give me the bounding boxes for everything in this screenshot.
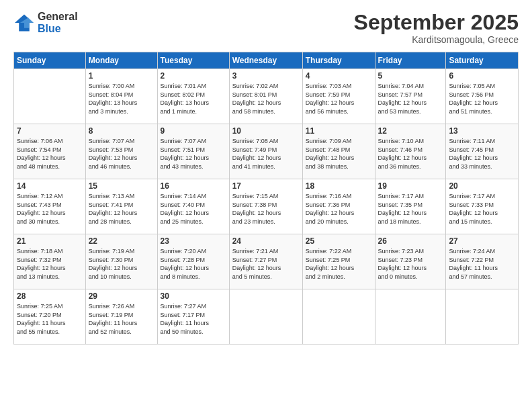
cell-2-4: 18Sunrise: 7:16 AM Sunset: 7:36 PM Dayli…: [302, 179, 375, 234]
day-info: Sunrise: 7:16 AM Sunset: 7:36 PM Dayligh…: [306, 192, 372, 226]
day-info: Sunrise: 7:15 AM Sunset: 7:38 PM Dayligh…: [232, 192, 300, 226]
day-info: Sunrise: 7:00 AM Sunset: 8:04 PM Dayligh…: [89, 82, 154, 116]
logo: General Blue: [13, 11, 78, 34]
col-header-friday: Friday: [375, 52, 446, 69]
cell-4-6: [446, 289, 519, 345]
week-row-1: 7Sunrise: 7:06 AM Sunset: 7:54 PM Daylig…: [14, 124, 519, 179]
cell-4-4: [302, 289, 375, 345]
day-number: 14: [17, 181, 83, 191]
day-number: 15: [89, 181, 154, 191]
day-info: Sunrise: 7:07 AM Sunset: 7:53 PM Dayligh…: [89, 137, 154, 171]
cell-1-0: 7Sunrise: 7:06 AM Sunset: 7:54 PM Daylig…: [14, 124, 86, 179]
header: General Blue September 2025 Karditsomago…: [13, 11, 519, 45]
day-info: Sunrise: 7:13 AM Sunset: 7:41 PM Dayligh…: [89, 192, 154, 226]
cell-1-4: 11Sunrise: 7:09 AM Sunset: 7:48 PM Dayli…: [302, 124, 375, 179]
cell-4-2: 30Sunrise: 7:27 AM Sunset: 7:17 PM Dayli…: [157, 289, 229, 345]
col-header-monday: Monday: [85, 52, 157, 69]
day-info: Sunrise: 7:24 AM Sunset: 7:22 PM Dayligh…: [449, 247, 515, 281]
day-info: Sunrise: 7:02 AM Sunset: 8:01 PM Dayligh…: [232, 82, 300, 116]
day-info: Sunrise: 7:14 AM Sunset: 7:40 PM Dayligh…: [161, 192, 226, 226]
day-number: 29: [89, 291, 154, 301]
col-header-sunday: Sunday: [14, 52, 86, 69]
logo-text: General Blue: [38, 11, 78, 34]
day-number: 12: [378, 126, 443, 136]
day-info: Sunrise: 7:06 AM Sunset: 7:54 PM Dayligh…: [17, 137, 83, 171]
day-info: Sunrise: 7:11 AM Sunset: 7:45 PM Dayligh…: [449, 137, 515, 171]
cell-1-1: 8Sunrise: 7:07 AM Sunset: 7:53 PM Daylig…: [85, 124, 157, 179]
day-number: 1: [89, 71, 154, 81]
day-info: Sunrise: 7:04 AM Sunset: 7:57 PM Dayligh…: [378, 82, 443, 116]
logo-general: General: [38, 11, 78, 23]
day-info: Sunrise: 7:17 AM Sunset: 7:33 PM Dayligh…: [449, 192, 515, 226]
day-info: Sunrise: 7:05 AM Sunset: 7:56 PM Dayligh…: [449, 82, 515, 116]
day-number: 17: [232, 181, 300, 191]
cell-3-6: 27Sunrise: 7:24 AM Sunset: 7:22 PM Dayli…: [446, 234, 519, 289]
day-number: 16: [161, 181, 226, 191]
month-title: September 2025: [354, 11, 519, 34]
page: General Blue September 2025 Karditsomago…: [0, 0, 532, 411]
cell-2-0: 14Sunrise: 7:12 AM Sunset: 7:43 PM Dayli…: [14, 179, 86, 234]
day-info: Sunrise: 7:09 AM Sunset: 7:48 PM Dayligh…: [306, 137, 372, 171]
cell-0-1: 1Sunrise: 7:00 AM Sunset: 8:04 PM Daylig…: [85, 69, 157, 124]
cell-4-3: [229, 289, 302, 345]
day-info: Sunrise: 7:27 AM Sunset: 7:17 PM Dayligh…: [161, 302, 226, 336]
day-number: 20: [449, 181, 515, 191]
week-row-0: 1Sunrise: 7:00 AM Sunset: 8:04 PM Daylig…: [14, 69, 519, 124]
day-number: 10: [232, 126, 300, 136]
cell-4-0: 28Sunrise: 7:25 AM Sunset: 7:20 PM Dayli…: [14, 289, 86, 345]
cell-0-2: 2Sunrise: 7:01 AM Sunset: 8:02 PM Daylig…: [157, 69, 229, 124]
day-info: Sunrise: 7:21 AM Sunset: 7:27 PM Dayligh…: [232, 247, 300, 281]
day-number: 5: [378, 71, 443, 81]
day-number: 4: [306, 71, 372, 81]
day-info: Sunrise: 7:18 AM Sunset: 7:32 PM Dayligh…: [17, 247, 83, 281]
cell-1-2: 9Sunrise: 7:07 AM Sunset: 7:51 PM Daylig…: [157, 124, 229, 179]
day-info: Sunrise: 7:22 AM Sunset: 7:25 PM Dayligh…: [306, 247, 372, 281]
cell-0-4: 4Sunrise: 7:03 AM Sunset: 7:59 PM Daylig…: [302, 69, 375, 124]
calendar: SundayMondayTuesdayWednesdayThursdayFrid…: [13, 52, 519, 345]
day-info: Sunrise: 7:19 AM Sunset: 7:30 PM Dayligh…: [89, 247, 154, 281]
cell-3-3: 24Sunrise: 7:21 AM Sunset: 7:27 PM Dayli…: [229, 234, 302, 289]
day-number: 3: [232, 71, 300, 81]
day-info: Sunrise: 7:25 AM Sunset: 7:20 PM Dayligh…: [17, 302, 83, 336]
cell-3-5: 26Sunrise: 7:23 AM Sunset: 7:23 PM Dayli…: [375, 234, 446, 289]
cell-1-6: 13Sunrise: 7:11 AM Sunset: 7:45 PM Dayli…: [446, 124, 519, 179]
day-info: Sunrise: 7:03 AM Sunset: 7:59 PM Dayligh…: [306, 82, 372, 116]
cell-3-0: 21Sunrise: 7:18 AM Sunset: 7:32 PM Dayli…: [14, 234, 86, 289]
location: Karditsomagoula, Greece: [354, 34, 519, 45]
day-number: 22: [89, 236, 154, 246]
day-info: Sunrise: 7:01 AM Sunset: 8:02 PM Dayligh…: [161, 82, 226, 116]
day-number: 9: [161, 126, 226, 136]
day-info: Sunrise: 7:07 AM Sunset: 7:51 PM Dayligh…: [161, 137, 226, 171]
day-info: Sunrise: 7:10 AM Sunset: 7:46 PM Dayligh…: [378, 137, 443, 171]
cell-1-3: 10Sunrise: 7:08 AM Sunset: 7:49 PM Dayli…: [229, 124, 302, 179]
col-header-tuesday: Tuesday: [157, 52, 229, 69]
cell-0-0: [14, 69, 86, 124]
cell-2-6: 20Sunrise: 7:17 AM Sunset: 7:33 PM Dayli…: [446, 179, 519, 234]
cell-0-6: 6Sunrise: 7:05 AM Sunset: 7:56 PM Daylig…: [446, 69, 519, 124]
cell-1-5: 12Sunrise: 7:10 AM Sunset: 7:46 PM Dayli…: [375, 124, 446, 179]
cell-3-2: 23Sunrise: 7:20 AM Sunset: 7:28 PM Dayli…: [157, 234, 229, 289]
day-number: 23: [161, 236, 226, 246]
day-number: 2: [161, 71, 226, 81]
cell-3-1: 22Sunrise: 7:19 AM Sunset: 7:30 PM Dayli…: [85, 234, 157, 289]
cell-0-3: 3Sunrise: 7:02 AM Sunset: 8:01 PM Daylig…: [229, 69, 302, 124]
day-info: Sunrise: 7:08 AM Sunset: 7:49 PM Dayligh…: [232, 137, 300, 171]
day-number: 25: [306, 236, 372, 246]
day-info: Sunrise: 7:17 AM Sunset: 7:35 PM Dayligh…: [378, 192, 443, 226]
col-header-saturday: Saturday: [446, 52, 519, 69]
day-number: 18: [306, 181, 372, 191]
day-number: 27: [449, 236, 515, 246]
day-number: 30: [161, 291, 226, 301]
day-info: Sunrise: 7:12 AM Sunset: 7:43 PM Dayligh…: [17, 192, 83, 226]
day-info: Sunrise: 7:20 AM Sunset: 7:28 PM Dayligh…: [161, 247, 226, 281]
week-row-4: 28Sunrise: 7:25 AM Sunset: 7:20 PM Dayli…: [14, 289, 519, 345]
cell-0-5: 5Sunrise: 7:04 AM Sunset: 7:57 PM Daylig…: [375, 69, 446, 124]
week-row-3: 21Sunrise: 7:18 AM Sunset: 7:32 PM Dayli…: [14, 234, 519, 289]
col-header-wednesday: Wednesday: [229, 52, 302, 69]
cell-4-1: 29Sunrise: 7:26 AM Sunset: 7:19 PM Dayli…: [85, 289, 157, 345]
title-block: September 2025 Karditsomagoula, Greece: [354, 11, 519, 45]
cell-4-5: [375, 289, 446, 345]
day-number: 21: [17, 236, 83, 246]
logo-icon: [13, 13, 35, 32]
day-number: 24: [232, 236, 300, 246]
